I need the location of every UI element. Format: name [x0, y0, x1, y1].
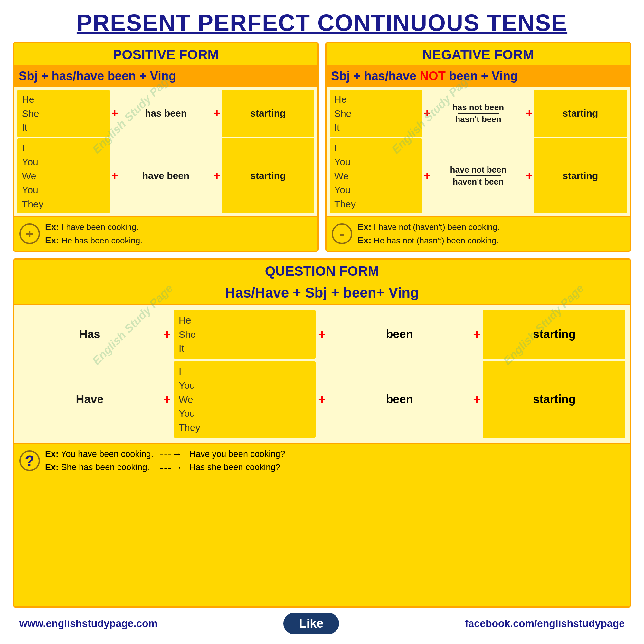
- question-panel: English Study Page English Study Page QU…: [13, 258, 631, 608]
- question-plus3-row1: +: [470, 310, 483, 359]
- negative-subject-2: I You We You They: [330, 138, 422, 214]
- question-badge: ?: [19, 450, 40, 471]
- question-ving-row1: starting: [483, 310, 625, 359]
- question-subject-row1: He She It: [174, 310, 316, 359]
- negative-plus2-row2: +: [525, 138, 534, 214]
- positive-plus2-row1: +: [212, 90, 222, 137]
- page-wrapper: PRESENT PERFECT CONTINUOUS TENSE POSITIV…: [0, 0, 644, 644]
- arrow-1: ---→: [160, 448, 183, 460]
- negative-verb-row1: has not been hasn't been: [432, 90, 524, 137]
- positive-examples: Ex: I have been cooking. Ex: He has been…: [45, 220, 142, 247]
- question-plus2-row2: +: [316, 361, 328, 438]
- question-example-bar: ? Ex: You have been cooking. ---→ Have y…: [14, 443, 630, 478]
- positive-verb-row2: have been: [119, 138, 212, 214]
- arrow-2: ---→: [160, 461, 183, 473]
- question-examples: Ex: You have been cooking. ---→ Have you…: [45, 448, 285, 473]
- top-row: POSITIVE FORM Sbj + has/have been + Ving…: [13, 42, 631, 252]
- positive-participle-row2: starting: [222, 138, 314, 214]
- page-title: PRESENT PERFECT CONTINUOUS TENSE: [13, 10, 631, 36]
- negative-badge: -: [332, 223, 352, 244]
- question-been-row2: been: [328, 361, 470, 438]
- like-button[interactable]: Like: [283, 613, 339, 634]
- positive-verb-row1: has been: [119, 90, 212, 137]
- negative-example-bar: - Ex: I have not (haven't) been cooking.…: [327, 216, 630, 251]
- question-title: QUESTION FORM: [14, 260, 630, 281]
- negative-plus1-row2: +: [422, 138, 432, 214]
- positive-badge: +: [19, 223, 40, 244]
- negative-participle-row1: starting: [534, 90, 627, 137]
- negative-panel: NEGATIVE FORM Sbj + has/have NOT been + …: [325, 42, 631, 252]
- positive-formula: Sbj + has/have been + Ving: [14, 66, 317, 87]
- positive-table: English Study Page He She It + has been …: [14, 87, 317, 216]
- negative-subject-1: He She It: [330, 90, 422, 137]
- question-ving-row2: starting: [483, 361, 625, 438]
- question-subject-row2: I You We You They: [174, 361, 316, 438]
- positive-plus2-row2: +: [212, 138, 222, 214]
- question-aux-row1: Has: [19, 310, 161, 359]
- positive-plus1-row2: +: [110, 138, 119, 214]
- positive-example-bar: + Ex: I have been cooking. Ex: He has be…: [14, 216, 317, 251]
- positive-participle-row1: starting: [222, 90, 314, 137]
- question-grid: English Study Page English Study Page Ha…: [14, 305, 630, 443]
- question-plus1-row2: +: [161, 361, 174, 438]
- negative-examples: Ex: I have not (haven't) been cooking. E…: [357, 220, 500, 247]
- negative-plus2-row1: +: [525, 90, 534, 137]
- positive-panel: POSITIVE FORM Sbj + has/have been + Ving…: [13, 42, 319, 252]
- question-plus2-row1: +: [316, 310, 328, 359]
- negative-formula: Sbj + has/have NOT been + Ving: [327, 66, 630, 87]
- negative-table: English Study Page He She It + has not b…: [327, 87, 630, 216]
- negative-plus1-row1: +: [422, 90, 432, 137]
- question-header-area: English Study Page English Study Page QU…: [14, 260, 630, 281]
- footer-left-url: www.englishstudypage.com: [19, 618, 157, 630]
- negative-participle-row2: starting: [534, 138, 627, 214]
- positive-title: POSITIVE FORM: [14, 43, 317, 66]
- question-plus3-row2: +: [470, 361, 483, 438]
- footer: www.englishstudypage.com Like facebook.c…: [13, 608, 631, 638]
- positive-subject-2: I You We You They: [17, 138, 110, 214]
- negative-title: NEGATIVE FORM: [327, 43, 630, 66]
- footer-right-url: facebook.com/englishstudypage: [465, 618, 625, 630]
- question-plus1-row1: +: [161, 310, 174, 359]
- positive-plus1-row1: +: [110, 90, 119, 137]
- question-aux-row2: Have: [19, 361, 161, 438]
- negative-verb-row2: have not been haven't been: [432, 138, 524, 214]
- question-been-row1: been: [328, 310, 470, 359]
- positive-subject-1: He She It: [17, 90, 110, 137]
